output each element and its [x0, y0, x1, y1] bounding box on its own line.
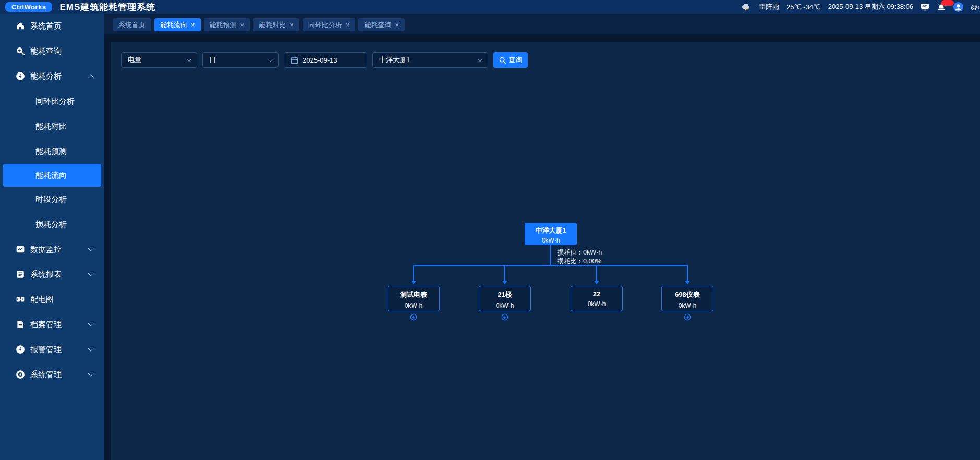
chevron-up-icon	[88, 74, 93, 80]
alarm-manage-icon	[16, 345, 25, 354]
sidebar-item-label: 报警管理	[30, 345, 62, 355]
sidebar-item-home[interactable]: 系统首页	[0, 14, 104, 39]
sidebar-item-energy-flow[interactable]: 能耗流向	[3, 164, 101, 187]
loss-value-line: 损耗值：0kW·h	[557, 248, 602, 257]
expand-icon[interactable]	[684, 313, 691, 321]
sidebar-item-yoy-analysis[interactable]: 同环比分析	[0, 89, 104, 114]
tree-root-value: 0kW·h	[525, 237, 577, 244]
tree-root-name: 中洋大厦1	[525, 226, 577, 235]
notification-badge	[941, 0, 954, 6]
sidebar-item-label: 能耗流向	[35, 171, 67, 180]
sidebar-item-alarm-manage[interactable]: 报警管理	[0, 337, 104, 362]
system-manage-icon	[16, 370, 25, 379]
connector-root-drop	[550, 245, 551, 265]
main-area: 系统首页 能耗流向 × 能耗预测 × 能耗对比 × 同环比分析 × 能耗查询 ×	[104, 14, 980, 460]
tab-bar: 系统首页 能耗流向 × 能耗预测 × 能耗对比 × 同环比分析 × 能耗查询 ×	[104, 14, 980, 34]
temperature-range: 25℃~34℃	[787, 3, 821, 11]
datetime: 2025-09-13 星期六 09:38:06	[828, 2, 913, 11]
tab-energy-flow[interactable]: 能耗流向 ×	[154, 18, 201, 31]
archive-icon	[16, 320, 25, 329]
connector-drop	[687, 265, 688, 281]
header-right-cluster: 雷阵雨 25℃~34℃ 2025-09-13 星期六 09:38:06	[741, 0, 980, 14]
tab-label: 系统首页	[118, 20, 146, 30]
tree-node-test-meter[interactable]: 测试电表 0kW·h	[388, 286, 440, 311]
expand-icon[interactable]	[410, 313, 417, 321]
arrow-down-icon	[502, 281, 507, 284]
energy-analysis-icon	[16, 71, 25, 81]
sidebar-item-energy-query[interactable]: 能耗查询	[0, 39, 104, 64]
sidebar-item-energy-forecast[interactable]: 能耗预测	[0, 139, 104, 164]
message-icon[interactable]	[921, 3, 929, 11]
sidebar-item-loss-analysis[interactable]: 损耗分析	[0, 212, 104, 237]
close-icon[interactable]: ×	[240, 21, 245, 28]
sidebar-item-data-monitor[interactable]: 数据监控	[0, 237, 104, 262]
tab-system-home[interactable]: 系统首页	[113, 18, 151, 31]
tree-node-floor21[interactable]: 21楼 0kW·h	[479, 286, 531, 311]
distribution-diagram-icon	[16, 295, 25, 304]
arrow-down-icon	[594, 281, 599, 284]
sidebar-item-distribution-diagram[interactable]: 配电图	[0, 287, 104, 312]
data-monitor-icon	[16, 245, 25, 254]
energy-query-icon	[16, 46, 25, 56]
chevron-down-icon	[88, 370, 93, 376]
chevron-down-icon	[88, 270, 93, 276]
connector-drop	[504, 265, 505, 281]
arrow-down-icon	[685, 281, 690, 284]
username[interactable]: @c	[971, 3, 979, 11]
close-icon[interactable]: ×	[191, 21, 195, 28]
weather-icon	[741, 3, 752, 11]
tree-root-node[interactable]: 中洋大厦1 0kW·h	[525, 223, 577, 245]
sidebar-item-label: 系统报表	[30, 270, 62, 280]
avatar[interactable]	[953, 2, 963, 12]
connector-horizontal	[413, 265, 688, 266]
ctrlworks-logo: CtrlWorks	[5, 2, 52, 12]
sidebar-item-system-manage[interactable]: 系统管理	[0, 362, 104, 387]
sidebar-item-archive-manage[interactable]: 档案管理	[0, 312, 104, 337]
tab-label: 能耗流向	[160, 20, 187, 30]
sidebar-item-label: 系统首页	[30, 21, 62, 31]
tree-node-22[interactable]: 22 0kW·h	[571, 286, 623, 311]
connector-drop	[413, 265, 414, 281]
chevron-down-icon	[88, 345, 93, 351]
alarm-icon[interactable]	[937, 3, 946, 11]
tab-label: 同环比分析	[308, 20, 342, 30]
content-panel: 电量 日 2025-09-13 中洋大厦1	[111, 42, 980, 460]
home-icon	[16, 21, 25, 31]
tab-yoy-analysis[interactable]: 同环比分析 ×	[303, 18, 356, 31]
sidebar-item-label: 系统管理	[30, 370, 62, 380]
tree-node-698-meter[interactable]: 698仪表 0kW·h	[661, 286, 713, 311]
weather-condition: 雷阵雨	[759, 2, 779, 11]
sidebar-item-label: 能耗对比	[35, 122, 67, 131]
sidebar-item-label: 数据监控	[30, 245, 62, 255]
chevron-down-icon	[88, 245, 93, 251]
close-icon[interactable]: ×	[289, 21, 294, 28]
system-report-icon	[16, 270, 25, 279]
energy-flow-diagram: 中洋大厦1 0kW·h 损耗值：0kW·h 损耗比：0.00%	[111, 42, 980, 460]
tab-energy-compare[interactable]: 能耗对比 ×	[253, 18, 299, 31]
connector-drop	[596, 265, 597, 281]
sidebar-item-label: 配电图	[30, 295, 54, 305]
close-icon[interactable]: ×	[395, 21, 399, 28]
loss-info: 损耗值：0kW·h 损耗比：0.00%	[557, 248, 602, 266]
sidebar-item-label: 同环比分析	[35, 96, 75, 106]
tab-energy-forecast[interactable]: 能耗预测 ×	[204, 18, 250, 31]
tab-energy-query[interactable]: 能耗查询 ×	[358, 18, 405, 31]
sidebar-item-energy-analysis[interactable]: 能耗分析	[0, 64, 104, 89]
sidebar-item-label: 时段分析	[35, 195, 67, 204]
sidebar-item-energy-compare[interactable]: 能耗对比	[0, 114, 104, 139]
tab-label: 能耗预测	[210, 20, 237, 30]
sidebar-item-system-report[interactable]: 系统报表	[0, 262, 104, 287]
top-header: CtrlWorks EMS建筑能耗管理系统 雷阵雨 25℃~34℃ 2025-0…	[0, 0, 980, 14]
tab-label: 能耗查询	[364, 20, 391, 30]
close-icon[interactable]: ×	[346, 21, 350, 28]
sidebar-item-period-analysis[interactable]: 时段分析	[0, 187, 104, 212]
app-title: EMS建筑能耗管理系统	[59, 1, 155, 13]
sidebar-item-label: 档案管理	[30, 320, 62, 330]
app-root: CtrlWorks EMS建筑能耗管理系统 雷阵雨 25℃~34℃ 2025-0…	[0, 0, 980, 460]
sidebar-item-label: 能耗查询	[30, 46, 62, 56]
sidebar-item-label: 能耗分析	[30, 71, 62, 81]
expand-icon[interactable]	[501, 313, 509, 321]
chevron-down-icon	[88, 320, 93, 326]
sidebar-item-label: 能耗预测	[35, 147, 67, 156]
arrow-down-icon	[411, 281, 416, 284]
